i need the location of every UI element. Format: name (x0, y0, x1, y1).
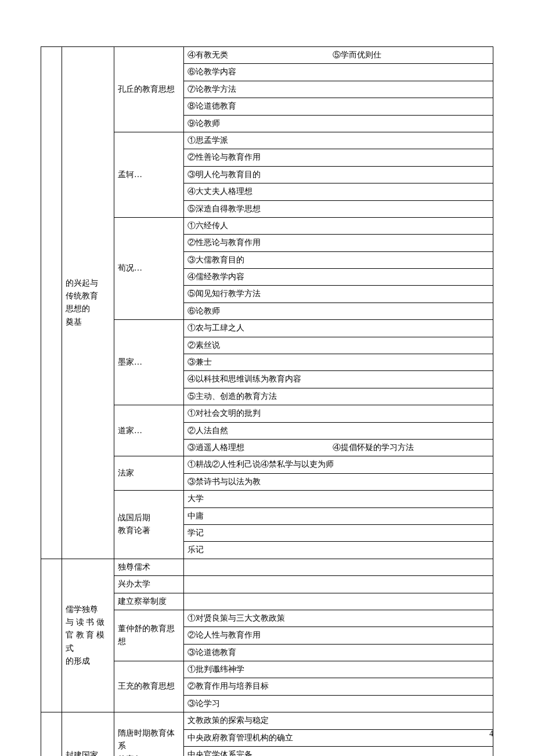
detail-text: ①农与工肆之人 (187, 323, 244, 332)
level2-cell: 董仲舒的教育思想 (114, 610, 184, 661)
detail-cell: ①对贤良策与三大文教政策 (184, 610, 493, 627)
detail-text: ①六经传人 (187, 221, 228, 230)
detail-text: ⑦论教学方法 (187, 85, 236, 93)
detail-text: 乐记 (187, 545, 204, 554)
level2-cell: 孟轲… (114, 132, 184, 217)
level1-line: 官 教 育 模 (66, 631, 104, 639)
level2-cell: 荀况… (114, 217, 184, 319)
detail-cell: 学记 (184, 524, 493, 541)
detail-text: ⑤学而优则仕 (333, 49, 489, 62)
detail-cell: ①思孟学派 (184, 132, 493, 149)
level1-line: 奠基 (66, 318, 82, 326)
detail-text: 中央官学体系完备 (187, 750, 252, 756)
detail-text: ①对贤良策与三大文教政策 (187, 614, 285, 622)
detail-cell: ②素丝说 (184, 337, 493, 354)
detail-cell: ①批判谶纬神学 (184, 661, 493, 678)
level1-cell: 的兴起与 传统教育 思想的 奠基 (62, 47, 114, 559)
level2-cell: 法家 (114, 456, 184, 491)
level1-line: 传统教育 (66, 291, 98, 300)
detail-cell: ③大儒教育目的 (184, 251, 493, 268)
detail-cell: ④大丈夫人格理想 (184, 183, 493, 200)
detail-text: ⑤主动、创造的教育方法 (187, 392, 277, 401)
level1-line: 的形成 (66, 657, 90, 665)
detail-cell: ⑨论教师 (184, 115, 493, 132)
detail-text: ③逍遥人格理想 (187, 441, 333, 454)
level2-cell: 战国后期 教育论著 (114, 491, 184, 559)
level2-label: 孟轲… (118, 170, 142, 179)
detail-text: ①批判谶纬神学 (187, 665, 244, 674)
detail-text: ⑨论教师 (187, 119, 220, 128)
detail-cell: ①六经传人 (184, 217, 493, 234)
detail-text: ②素丝说 (187, 341, 220, 350)
page-number-text: 4 (489, 729, 493, 738)
detail-text: ③大儒教育目的 (187, 255, 244, 264)
detail-text: ⑤深造自得教学思想 (187, 204, 261, 213)
detail-cell: ③兼士 (184, 354, 493, 371)
detail-cell: ③明人伦与教育目的 (184, 166, 493, 183)
detail-cell: ②性善论与教育作用 (184, 149, 493, 166)
outline-table: 的兴起与 传统教育 思想的 奠基 孔丘的教育思想 ④有教无类 ⑤学而优则仕 ⑥论… (41, 46, 493, 756)
level2-label: 建立察举制度 (118, 597, 167, 606)
detail-text: 大学 (187, 494, 204, 503)
detail-text: 文教政策的探索与稳定 (187, 716, 269, 725)
detail-cell: 乐记 (184, 542, 493, 559)
detail-text: 学记 (187, 528, 204, 537)
level2-cell: 孔丘的教育思想 (114, 47, 184, 132)
level2-label: 孔丘的教育思想 (118, 85, 175, 93)
level2-cell: 王充的教育思想 (114, 661, 184, 712)
detail-cell: ③论学习 (184, 695, 493, 712)
level2-cell: 独尊儒术 (114, 559, 184, 575)
detail-text: ③论学习 (187, 699, 220, 708)
level1-cell: 儒学独尊 与 读 书 做 官 教 育 模 式 的形成 (62, 559, 114, 712)
detail-text: ①耕战②人性利己说④禁私学与以吏为师 (187, 460, 334, 469)
level0-cell (41, 559, 62, 712)
level2-label: 墨家… (118, 358, 142, 366)
detail-cell: ⑥论教师 (184, 303, 493, 319)
table-row: 封建国家 教育体制 的完善 隋唐时期教育体系 的完备 文教政策的探索与稳定 (41, 712, 493, 729)
level2-label: 董仲舒的教育思想 (118, 624, 175, 646)
level2-label: 兴办太学 (118, 579, 150, 588)
detail-cell (184, 576, 493, 593)
table-row: 的兴起与 传统教育 思想的 奠基 孔丘的教育思想 ④有教无类 ⑤学而优则仕 (41, 47, 493, 64)
detail-text: ④大丈夫人格理想 (187, 187, 252, 196)
detail-text: ⑥论教师 (187, 307, 220, 315)
level2-cell: 墨家… (114, 320, 184, 405)
detail-text: ③禁诗书与以法为教 (187, 477, 261, 486)
detail-cell: 中央官学体系完备 (184, 747, 493, 756)
detail-cell: ④有教无类 ⑤学而优则仕 (184, 47, 493, 64)
detail-cell: ①对社会文明的批判 (184, 405, 493, 422)
detail-text: ②论人性与教育作用 (187, 631, 261, 639)
detail-text: ⑥论教学内容 (187, 67, 236, 76)
level2-label: 法家 (118, 469, 134, 477)
detail-text: ⑤闻见知行教学方法 (187, 289, 261, 298)
level2-line: 教育论著 (118, 526, 150, 535)
detail-cell: ①耕战②人性利己说④禁私学与以吏为师 (184, 456, 493, 473)
table-row: 儒学独尊 与 读 书 做 官 教 育 模 式 的形成 独尊儒术 (41, 559, 493, 575)
level2-cell: 隋唐时期教育体系 的完备 (114, 712, 184, 756)
detail-cell: ①农与工肆之人 (184, 320, 493, 337)
detail-cell: ④以科技和思维训练为教育内容 (184, 371, 493, 388)
level1-line: 思想的 (66, 304, 90, 313)
detail-text: ③兼士 (187, 358, 212, 366)
detail-cell: 大学 (184, 491, 493, 507)
detail-cell (184, 593, 493, 610)
detail-cell (184, 559, 493, 575)
detail-text: ④有教无类 (187, 49, 333, 62)
level0-cell (41, 47, 62, 559)
document-page: 的兴起与 传统教育 思想的 奠基 孔丘的教育思想 ④有教无类 ⑤学而优则仕 ⑥论… (0, 0, 534, 756)
detail-cell: ③逍遥人格理想 ④提倡怀疑的学习方法 (184, 439, 493, 456)
level2-line: 战国后期 (118, 513, 150, 522)
level1-line: 的兴起与 (66, 279, 98, 287)
level2-label: 王充的教育思想 (118, 682, 175, 690)
level2-cell: 建立察举制度 (114, 593, 184, 610)
detail-cell: ②论人性与教育作用 (184, 627, 493, 644)
detail-text: ①对社会文明的批判 (187, 409, 261, 417)
detail-text: ④提倡怀疑的学习方法 (333, 441, 489, 454)
page-number: 4 (489, 729, 493, 739)
level1-line: 封建国家 (66, 751, 98, 756)
detail-text: 中央政府教育管理机构的确立 (187, 733, 293, 742)
detail-cell: ④儒经教学内容 (184, 269, 493, 286)
level2-line: 隋唐时期教育体系 (118, 729, 175, 750)
level1-line: 式 (66, 644, 74, 653)
detail-text: ①思孟学派 (187, 136, 228, 145)
